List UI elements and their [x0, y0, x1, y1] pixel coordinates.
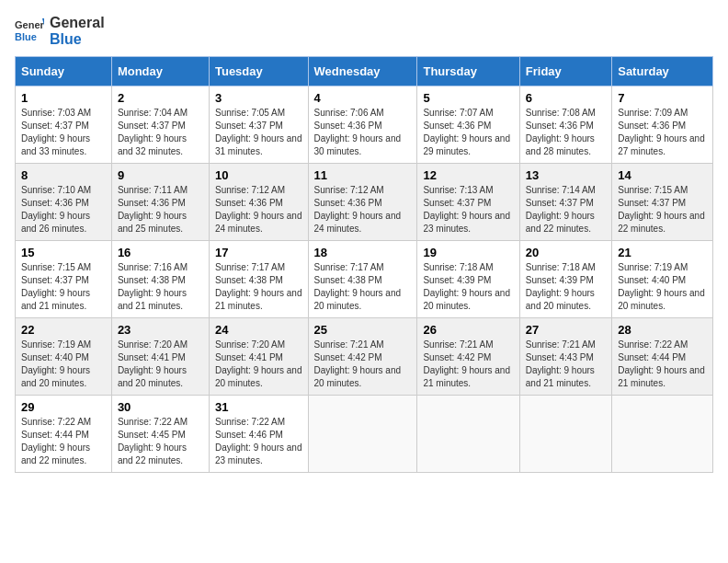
calendar-cell: 18Sunrise: 7:17 AMSunset: 4:38 PMDayligh… [308, 241, 417, 318]
calendar-cell: 4Sunrise: 7:06 AMSunset: 4:36 PMDaylight… [308, 86, 417, 164]
calendar-cell: 27Sunrise: 7:21 AMSunset: 4:43 PMDayligh… [519, 318, 611, 396]
day-info: Sunrise: 7:20 AMSunset: 4:41 PMDaylight:… [215, 339, 302, 390]
logo-general: General [50, 15, 105, 31]
day-info: Sunrise: 7:21 AMSunset: 4:42 PMDaylight:… [314, 339, 412, 390]
calendar-cell: 31Sunrise: 7:22 AMSunset: 4:46 PMDayligh… [209, 396, 308, 473]
day-number: 30 [118, 400, 203, 414]
day-info: Sunrise: 7:15 AMSunset: 4:37 PMDaylight:… [618, 184, 707, 236]
calendar-cell: 19Sunrise: 7:18 AMSunset: 4:39 PMDayligh… [417, 241, 519, 318]
day-info: Sunrise: 7:22 AMSunset: 4:44 PMDaylight:… [618, 339, 707, 390]
day-info: Sunrise: 7:18 AMSunset: 4:39 PMDaylight:… [423, 261, 513, 313]
day-info: Sunrise: 7:06 AMSunset: 4:36 PMDaylight:… [314, 107, 412, 158]
day-info: Sunrise: 7:17 AMSunset: 4:38 PMDaylight:… [314, 261, 412, 313]
day-number: 27 [526, 323, 606, 337]
day-info: Sunrise: 7:22 AMSunset: 4:46 PMDaylight:… [215, 416, 302, 467]
calendar-cell: 3Sunrise: 7:05 AMSunset: 4:37 PMDaylight… [209, 86, 308, 164]
day-info: Sunrise: 7:09 AMSunset: 4:36 PMDaylight:… [618, 107, 707, 158]
week-row-3: 15Sunrise: 7:15 AMSunset: 4:37 PMDayligh… [16, 241, 713, 318]
column-header-saturday: Saturday [612, 57, 713, 86]
week-row-5: 29Sunrise: 7:22 AMSunset: 4:44 PMDayligh… [16, 396, 713, 473]
day-info: Sunrise: 7:19 AMSunset: 4:40 PMDaylight:… [21, 339, 106, 390]
calendar-table: SundayMondayTuesdayWednesdayThursdayFrid… [15, 56, 713, 473]
day-info: Sunrise: 7:10 AMSunset: 4:36 PMDaylight:… [21, 184, 106, 236]
calendar-cell: 1Sunrise: 7:03 AMSunset: 4:37 PMDaylight… [16, 86, 112, 164]
day-number: 11 [314, 168, 412, 182]
calendar-cell: 2Sunrise: 7:04 AMSunset: 4:37 PMDaylight… [111, 86, 209, 164]
day-info: Sunrise: 7:21 AMSunset: 4:43 PMDaylight:… [526, 339, 606, 390]
calendar-cell [612, 396, 713, 473]
day-number: 10 [215, 168, 302, 182]
calendar-cell [308, 396, 417, 473]
logo-blue: Blue [50, 31, 105, 48]
day-info: Sunrise: 7:05 AMSunset: 4:37 PMDaylight:… [215, 107, 302, 158]
day-info: Sunrise: 7:12 AMSunset: 4:36 PMDaylight:… [314, 184, 412, 236]
calendar-cell [417, 396, 519, 473]
day-number: 25 [314, 323, 412, 337]
day-number: 3 [215, 91, 302, 105]
calendar-cell: 5Sunrise: 7:07 AMSunset: 4:36 PMDaylight… [417, 86, 519, 164]
calendar-cell: 23Sunrise: 7:20 AMSunset: 4:41 PMDayligh… [111, 318, 209, 396]
calendar-cell: 8Sunrise: 7:10 AMSunset: 4:36 PMDaylight… [16, 164, 112, 241]
column-header-wednesday: Wednesday [308, 57, 417, 86]
calendar-header-row: SundayMondayTuesdayWednesdayThursdayFrid… [16, 57, 713, 86]
day-number: 22 [21, 323, 106, 337]
day-number: 20 [526, 246, 606, 259]
day-number: 6 [526, 91, 606, 105]
calendar-cell: 6Sunrise: 7:08 AMSunset: 4:36 PMDaylight… [519, 86, 611, 164]
calendar-cell: 15Sunrise: 7:15 AMSunset: 4:37 PMDayligh… [16, 241, 112, 318]
week-row-1: 1Sunrise: 7:03 AMSunset: 4:37 PMDaylight… [16, 86, 713, 164]
day-number: 1 [21, 91, 106, 105]
calendar-cell: 24Sunrise: 7:20 AMSunset: 4:41 PMDayligh… [209, 318, 308, 396]
day-number: 28 [618, 323, 707, 337]
day-number: 16 [118, 246, 203, 259]
day-number: 8 [21, 168, 106, 182]
day-number: 5 [423, 91, 513, 105]
logo-icon: General Blue [15, 17, 44, 46]
column-header-thursday: Thursday [417, 57, 519, 86]
day-number: 15 [21, 246, 106, 259]
day-info: Sunrise: 7:21 AMSunset: 4:42 PMDaylight:… [423, 339, 513, 390]
column-header-monday: Monday [111, 57, 209, 86]
calendar-cell: 12Sunrise: 7:13 AMSunset: 4:37 PMDayligh… [417, 164, 519, 241]
day-info: Sunrise: 7:13 AMSunset: 4:37 PMDaylight:… [423, 184, 513, 236]
day-number: 14 [618, 168, 707, 182]
calendar-cell: 10Sunrise: 7:12 AMSunset: 4:36 PMDayligh… [209, 164, 308, 241]
day-number: 2 [118, 91, 203, 105]
header: General Blue General Blue [15, 15, 713, 47]
day-number: 21 [618, 246, 707, 259]
calendar-cell: 17Sunrise: 7:17 AMSunset: 4:38 PMDayligh… [209, 241, 308, 318]
calendar-cell: 20Sunrise: 7:18 AMSunset: 4:39 PMDayligh… [519, 241, 611, 318]
day-info: Sunrise: 7:03 AMSunset: 4:37 PMDaylight:… [21, 107, 106, 158]
calendar-cell: 25Sunrise: 7:21 AMSunset: 4:42 PMDayligh… [308, 318, 417, 396]
day-number: 31 [215, 400, 302, 414]
week-row-4: 22Sunrise: 7:19 AMSunset: 4:40 PMDayligh… [16, 318, 713, 396]
calendar-cell: 14Sunrise: 7:15 AMSunset: 4:37 PMDayligh… [612, 164, 713, 241]
day-info: Sunrise: 7:15 AMSunset: 4:37 PMDaylight:… [21, 261, 106, 313]
day-number: 29 [21, 400, 106, 414]
calendar-cell: 29Sunrise: 7:22 AMSunset: 4:44 PMDayligh… [16, 396, 112, 473]
column-header-tuesday: Tuesday [209, 57, 308, 86]
day-info: Sunrise: 7:18 AMSunset: 4:39 PMDaylight:… [526, 261, 606, 313]
day-number: 4 [314, 91, 412, 105]
day-number: 13 [526, 168, 606, 182]
day-info: Sunrise: 7:08 AMSunset: 4:36 PMDaylight:… [526, 107, 606, 158]
day-info: Sunrise: 7:14 AMSunset: 4:37 PMDaylight:… [526, 184, 606, 236]
column-header-sunday: Sunday [16, 57, 112, 86]
day-number: 26 [423, 323, 513, 337]
week-row-2: 8Sunrise: 7:10 AMSunset: 4:36 PMDaylight… [16, 164, 713, 241]
day-info: Sunrise: 7:07 AMSunset: 4:36 PMDaylight:… [423, 107, 513, 158]
day-info: Sunrise: 7:17 AMSunset: 4:38 PMDaylight:… [215, 261, 302, 313]
svg-text:Blue: Blue [15, 31, 37, 42]
day-number: 17 [215, 246, 302, 259]
calendar-cell: 28Sunrise: 7:22 AMSunset: 4:44 PMDayligh… [612, 318, 713, 396]
day-info: Sunrise: 7:22 AMSunset: 4:45 PMDaylight:… [118, 416, 203, 467]
calendar-cell [519, 396, 611, 473]
svg-text:General: General [15, 19, 44, 30]
day-info: Sunrise: 7:16 AMSunset: 4:38 PMDaylight:… [118, 261, 203, 313]
calendar-cell: 30Sunrise: 7:22 AMSunset: 4:45 PMDayligh… [111, 396, 209, 473]
calendar-cell: 9Sunrise: 7:11 AMSunset: 4:36 PMDaylight… [111, 164, 209, 241]
calendar-cell: 11Sunrise: 7:12 AMSunset: 4:36 PMDayligh… [308, 164, 417, 241]
day-number: 7 [618, 91, 707, 105]
calendar-cell: 22Sunrise: 7:19 AMSunset: 4:40 PMDayligh… [16, 318, 112, 396]
day-number: 12 [423, 168, 513, 182]
